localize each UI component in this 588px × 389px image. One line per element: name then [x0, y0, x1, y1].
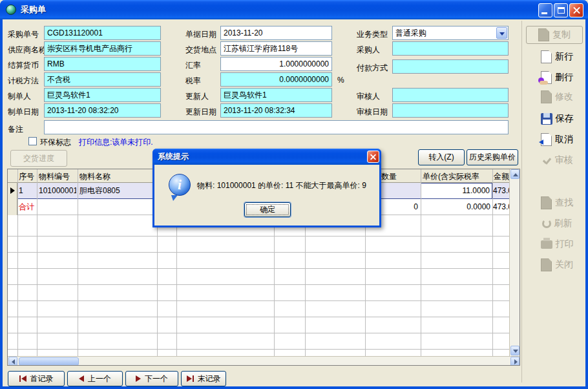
- info-icon: i: [169, 174, 191, 196]
- next-record-button[interactable]: 下一个: [125, 371, 178, 386]
- last-record-button[interactable]: 末记录: [181, 371, 226, 386]
- copy-icon: [538, 28, 549, 41]
- cell-name: 胆电容0805: [79, 183, 156, 198]
- delete-row-button[interactable]: 删行: [527, 68, 587, 87]
- print-button[interactable]: 打印: [527, 235, 587, 253]
- buyer-field[interactable]: [392, 41, 509, 56]
- make-date-field[interactable]: 2013-11-20 08:32:20: [44, 103, 161, 118]
- current-row-arrow-icon: [10, 187, 15, 194]
- remark-field[interactable]: [44, 120, 509, 134]
- modify-button[interactable]: 修改: [527, 88, 587, 106]
- close-button[interactable]: [569, 3, 583, 17]
- minimize-icon: [541, 12, 547, 14]
- cancel-icon: [541, 133, 552, 146]
- updater-label: 更新人: [185, 91, 209, 102]
- previous-record-icon: [79, 375, 84, 382]
- payment-field[interactable]: [392, 59, 509, 74]
- system-prompt-dialog: 系统提示 i 物料: 101000001 的单价: 11 不能大于最高单价: 9…: [152, 149, 381, 227]
- col-qty[interactable]: 数量: [381, 171, 397, 182]
- last-record-icon: [187, 375, 194, 382]
- print-info-text: 打印信息:该单未打印.: [79, 137, 153, 148]
- dialog-title: 系统提示: [158, 151, 189, 162]
- refresh-icon: [542, 219, 551, 228]
- exchange-rate-label: 汇率: [185, 60, 201, 71]
- audit-date-label: 审核日期: [357, 107, 388, 118]
- horizontal-scrollbar[interactable]: [8, 356, 520, 366]
- first-record-icon: [19, 375, 26, 382]
- arrow-left-icon: [12, 359, 15, 364]
- col-seq[interactable]: 序号: [19, 171, 34, 182]
- supplier-label: 供应商名称: [8, 45, 47, 56]
- arrow-up-icon: [513, 173, 518, 176]
- maker-label: 制单人: [8, 91, 31, 102]
- tax-rate-label: 税率: [185, 76, 201, 87]
- audit-button[interactable]: 审核: [527, 151, 587, 169]
- arrow-down-icon: [513, 350, 518, 353]
- eco-checkbox-label: 环保标志: [40, 137, 71, 148]
- empty-grid-area: [8, 215, 510, 356]
- total-amount: 473.00: [493, 199, 509, 215]
- dropdown-button[interactable]: [496, 27, 507, 39]
- arrow-right-icon: [514, 359, 518, 364]
- maximize-button[interactable]: [554, 3, 568, 17]
- supplier-field[interactable]: 崇安区科导机电产品商行: [44, 41, 161, 56]
- cell-seq: 1: [19, 183, 36, 198]
- first-record-button[interactable]: 首记录: [8, 371, 65, 386]
- col-code[interactable]: 物料编号: [39, 171, 70, 182]
- tax-rate-field[interactable]: 0.0000000000: [220, 72, 332, 87]
- doc-date-field[interactable]: 2013-11-20: [220, 26, 332, 40]
- col-amount[interactable]: 金额(含实: [494, 171, 510, 182]
- delivery-place-field[interactable]: 江苏镇江学府路118号: [220, 41, 332, 56]
- copy-button[interactable]: 复制: [526, 26, 583, 44]
- audit-date-field[interactable]: [392, 103, 509, 118]
- col-name[interactable]: 物料名称: [79, 171, 110, 182]
- update-date-field[interactable]: 2013-11-20 08:32:34: [220, 103, 332, 118]
- exchange-rate-field[interactable]: 1.0000000000: [220, 57, 332, 71]
- update-date-label: 更新日期: [185, 107, 216, 118]
- currency-field[interactable]: RMB: [44, 57, 161, 71]
- save-icon: [541, 113, 552, 125]
- tax-method-field[interactable]: 不含税: [44, 72, 161, 87]
- history-price-button[interactable]: 历史采购单价: [467, 149, 518, 165]
- total-price: 0.0000: [421, 199, 490, 215]
- modify-icon: [541, 90, 552, 103]
- delivery-place-label: 交货地点: [185, 45, 216, 56]
- cell-price-selected[interactable]: 11.0000: [421, 183, 492, 199]
- delete-row-icon: [541, 71, 552, 84]
- new-row-button[interactable]: 新行: [527, 48, 587, 66]
- scrollbar-thumb[interactable]: [19, 357, 79, 366]
- po-number-field[interactable]: CGD131120001: [44, 26, 161, 40]
- remark-label: 备注: [8, 124, 23, 135]
- cancel-button[interactable]: 取消: [527, 131, 587, 149]
- ok-button[interactable]: 确定: [244, 202, 291, 217]
- find-icon: [541, 196, 552, 209]
- col-price[interactable]: 单价(含实际税率: [423, 171, 491, 182]
- minimize-button[interactable]: [538, 3, 552, 17]
- eco-checkbox[interactable]: [28, 137, 37, 145]
- scroll-right-button[interactable]: [510, 357, 520, 366]
- close-form-button[interactable]: 关闭: [527, 256, 587, 274]
- close-form-icon: [541, 258, 552, 271]
- transfer-button[interactable]: 转入(Z): [418, 149, 465, 165]
- scroll-up-button[interactable]: [510, 169, 520, 179]
- purchase-order-window: 采购单 采购单号 CGD131120001 供应商名称 崇安区科导机电产品商行 …: [0, 0, 588, 389]
- previous-record-button[interactable]: 上一个: [67, 371, 123, 386]
- find-button[interactable]: 查找: [527, 194, 587, 212]
- currency-label: 结算货币: [8, 60, 39, 71]
- save-button[interactable]: 保存: [527, 110, 587, 128]
- delivery-progress-button[interactable]: 交货进度: [10, 150, 67, 167]
- maker-field[interactable]: 巨灵鸟软件1: [44, 88, 161, 102]
- audit-icon: [541, 156, 552, 164]
- cell-amount: 473.00: [493, 183, 509, 198]
- updater-field[interactable]: 巨灵鸟软件1: [220, 88, 332, 102]
- refresh-button[interactable]: 刷新: [527, 215, 587, 233]
- maximize-icon: [558, 7, 565, 14]
- vertical-scrollbar[interactable]: [509, 169, 520, 356]
- scroll-left-button[interactable]: [8, 357, 17, 366]
- dialog-close-button[interactable]: [367, 151, 379, 163]
- scroll-down-button[interactable]: [510, 346, 520, 355]
- dialog-titlebar: 系统提示: [152, 149, 381, 165]
- auditor-field[interactable]: [392, 88, 509, 102]
- biz-type-value: 普通采购: [395, 28, 426, 37]
- biz-type-dropdown[interactable]: 普通采购: [392, 26, 509, 40]
